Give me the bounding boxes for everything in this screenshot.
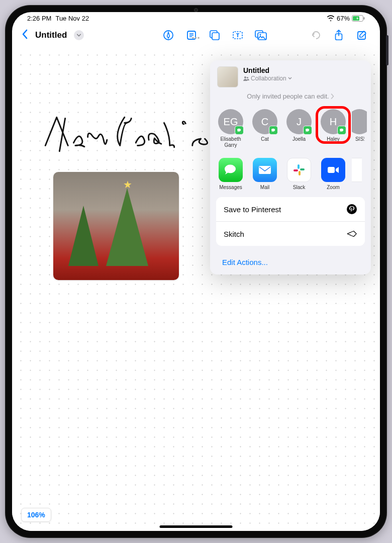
messages-icon bbox=[219, 158, 243, 182]
apps-row: Messages Mail Slack bbox=[210, 154, 371, 197]
svg-rect-23 bbox=[328, 167, 335, 173]
inserted-photo[interactable]: ★ bbox=[53, 172, 179, 280]
handwriting-text bbox=[40, 112, 221, 157]
share-sheet-header: Untitled Collaboration bbox=[210, 60, 371, 89]
undo-icon bbox=[307, 26, 325, 44]
pen-tool-icon[interactable] bbox=[159, 26, 177, 44]
contact-count: 2 bbox=[362, 136, 365, 142]
contact-joella[interactable]: J Joella bbox=[283, 109, 315, 148]
compose-icon[interactable] bbox=[353, 26, 371, 44]
skitch-icon bbox=[346, 228, 357, 239]
power-button bbox=[386, 35, 388, 65]
document-title[interactable]: Untitled bbox=[35, 30, 67, 40]
svg-point-13 bbox=[260, 34, 261, 36]
svg-rect-19 bbox=[298, 164, 300, 169]
app-mail[interactable]: Mail bbox=[249, 158, 280, 190]
chevron-right-icon bbox=[331, 94, 334, 99]
zoom-icon bbox=[321, 158, 345, 182]
share-doc-title: Untitled bbox=[243, 66, 364, 74]
contact-label: Cat bbox=[261, 136, 269, 142]
multitasking-dots-icon[interactable]: ••• bbox=[192, 34, 201, 42]
svg-point-16 bbox=[244, 76, 246, 78]
app-label: Mail bbox=[260, 185, 269, 190]
back-button[interactable] bbox=[21, 29, 28, 41]
svg-rect-20 bbox=[300, 168, 305, 170]
action-label: Skitch bbox=[224, 230, 244, 238]
avatar: H bbox=[321, 109, 346, 134]
contact-label: Elisabeth Garry bbox=[215, 136, 246, 148]
wifi-icon bbox=[327, 15, 335, 21]
battery-percent: 67% bbox=[337, 15, 350, 22]
slack-icon bbox=[287, 158, 311, 182]
sticky-note-icon[interactable] bbox=[206, 26, 224, 44]
avatar bbox=[352, 109, 367, 134]
actions-list: Save to Pinterest Skitch bbox=[216, 197, 365, 246]
status-bar: 2:26 PM Tue Nov 22 67% bbox=[12, 12, 380, 24]
app-slack[interactable]: Slack bbox=[283, 158, 315, 190]
svg-rect-18 bbox=[259, 166, 271, 174]
svg-rect-21 bbox=[299, 171, 301, 175]
chevron-down-icon bbox=[288, 76, 292, 80]
permission-row[interactable]: Only invited people can edit. bbox=[210, 89, 371, 106]
action-skitch[interactable]: Skitch bbox=[216, 222, 365, 246]
messages-badge-icon bbox=[303, 126, 312, 135]
avatar: C bbox=[252, 109, 277, 134]
document-thumbnail bbox=[217, 66, 238, 87]
app-label: Zoom bbox=[327, 185, 340, 190]
app-zoom[interactable]: Zoom bbox=[318, 158, 349, 190]
share-subtitle[interactable]: Collaboration bbox=[243, 75, 364, 82]
action-save-pinterest[interactable]: Save to Pinterest bbox=[216, 197, 365, 222]
edit-actions-link[interactable]: Edit Actions... bbox=[210, 252, 371, 275]
svg-rect-1 bbox=[353, 16, 359, 21]
contact-sis[interactable]: SIS 2 bbox=[352, 109, 367, 148]
status-date: Tue Nov 22 bbox=[55, 15, 89, 22]
app-more[interactable] bbox=[352, 158, 362, 190]
mail-icon bbox=[253, 158, 277, 182]
contact-label: Haley bbox=[327, 136, 340, 142]
contacts-row: EG Elisabeth Garry C Cat J Joella bbox=[210, 106, 371, 154]
svg-rect-9 bbox=[212, 33, 219, 40]
front-camera bbox=[194, 8, 198, 12]
title-dropdown-icon[interactable] bbox=[74, 30, 84, 40]
avatar: J bbox=[286, 109, 312, 134]
app-label: Slack bbox=[293, 185, 305, 190]
battery-icon bbox=[352, 15, 365, 22]
contact-cat[interactable]: C Cat bbox=[249, 109, 280, 148]
more-icon bbox=[352, 158, 362, 182]
contact-elisabeth[interactable]: EG Elisabeth Garry bbox=[215, 109, 246, 148]
avatar: EG bbox=[218, 109, 243, 134]
pinterest-icon bbox=[346, 204, 357, 215]
share-icon[interactable] bbox=[330, 26, 348, 44]
contact-label: Joella bbox=[292, 136, 306, 142]
svg-rect-22 bbox=[293, 169, 298, 171]
zoom-level[interactable]: 106% bbox=[21, 508, 51, 522]
messages-badge-icon bbox=[235, 126, 244, 135]
status-time: 2:26 PM bbox=[27, 15, 51, 22]
svg-point-17 bbox=[247, 77, 248, 78]
people-icon bbox=[243, 76, 249, 81]
svg-rect-2 bbox=[364, 17, 365, 20]
share-sheet: Untitled Collaboration Only invited peop… bbox=[210, 60, 371, 275]
app-messages[interactable]: Messages bbox=[215, 158, 246, 190]
action-label: Save to Pinterest bbox=[224, 205, 281, 214]
contact-haley[interactable]: H Haley bbox=[318, 109, 349, 148]
text-box-icon[interactable] bbox=[229, 26, 247, 44]
home-indicator[interactable] bbox=[160, 525, 233, 528]
photo-library-icon[interactable] bbox=[252, 26, 270, 44]
messages-badge-icon bbox=[337, 126, 346, 135]
app-label: Messages bbox=[219, 185, 242, 190]
messages-badge-icon bbox=[269, 126, 278, 135]
